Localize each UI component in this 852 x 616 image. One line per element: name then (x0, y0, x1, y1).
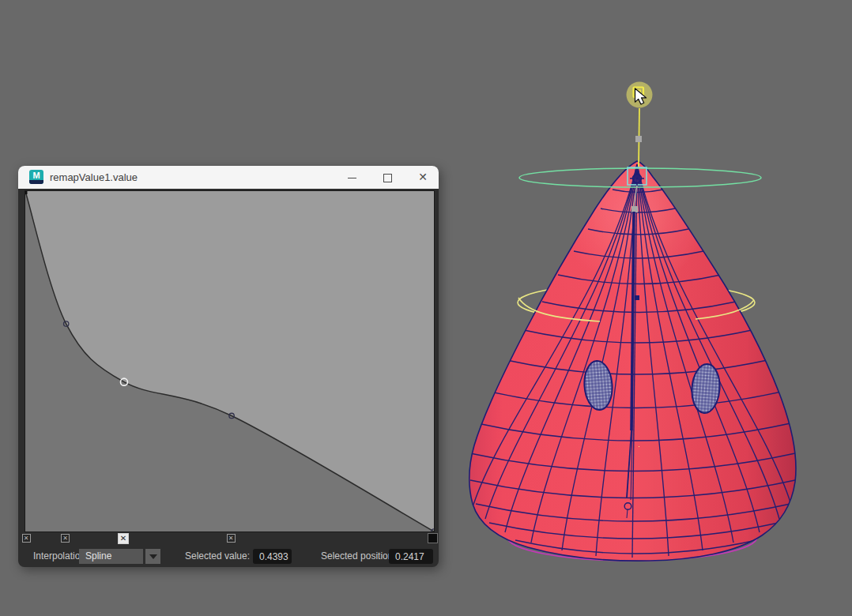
minimize-icon (348, 178, 356, 179)
selected-value-label: Selected value: (185, 546, 250, 567)
window-titlebar[interactable]: M remapValue1.value ✕ (18, 166, 439, 189)
close-icon: ✕ (418, 171, 428, 183)
editor-footer-bar: Interpolation: Spline Selected value: Se… (18, 546, 439, 567)
selected-value-input[interactable] (253, 549, 292, 564)
position-handle[interactable]: ✕ (22, 534, 31, 543)
maximize-icon (383, 174, 392, 182)
selected-position-handle[interactable]: ✕ (118, 533, 129, 544)
position-handle[interactable] (428, 533, 438, 543)
ik-handle-gray-top (635, 136, 642, 142)
maya-app-icon: M (29, 170, 43, 184)
position-handle[interactable]: ✕ (61, 534, 70, 543)
cursor-group (627, 82, 653, 108)
maximize-button[interactable] (374, 166, 401, 189)
remap-value-window: M remapValue1.value ✕ ✕✕✕✕ Interpola (18, 166, 439, 567)
maya-screen: M remapValue1.value ✕ ✕✕✕✕ Interpola (0, 0, 852, 616)
position-handle-strip[interactable]: ✕✕✕✕ (18, 532, 439, 546)
chevron-down-icon (149, 554, 157, 559)
interpolation-dropdown[interactable]: Spline (79, 549, 143, 564)
selected-position-input[interactable] (389, 549, 433, 564)
window-title: remapValue1.value (50, 166, 138, 189)
curve-under-fill (25, 191, 434, 531)
selected-position-label: Selected position: (321, 546, 396, 567)
position-handle[interactable]: ✕ (227, 534, 236, 543)
minimize-button[interactable] (338, 166, 365, 189)
ramp-curve-editor[interactable] (25, 190, 435, 532)
dropdown-arrow-button[interactable] (145, 549, 160, 564)
ik-handle-gray-mid (631, 206, 638, 212)
close-button[interactable]: ✕ (409, 166, 436, 189)
